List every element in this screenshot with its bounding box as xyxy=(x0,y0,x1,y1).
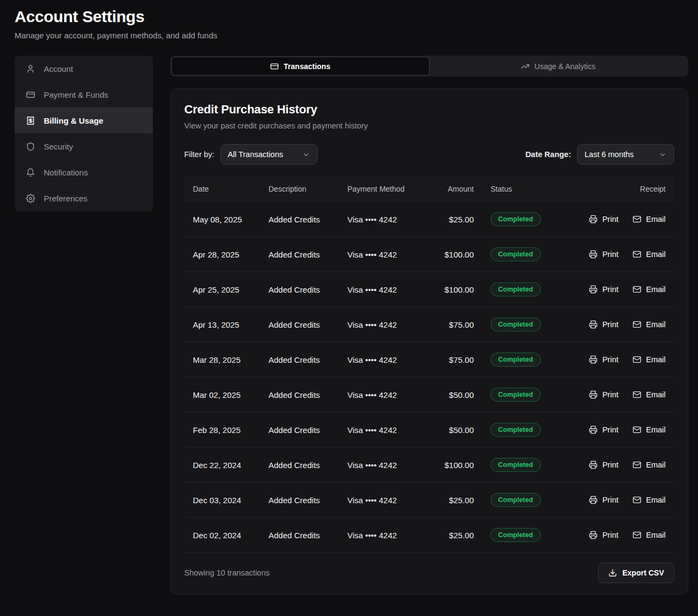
credit-card-icon xyxy=(26,90,35,99)
filter-by-label: Filter by: xyxy=(184,150,214,159)
tab-transactions[interactable]: Transactions xyxy=(171,57,429,76)
transaction-payment-method: Visa •••• 4242 xyxy=(347,285,436,294)
transaction-date: Apr 13, 2025 xyxy=(193,320,269,329)
email-button[interactable]: Email xyxy=(633,461,666,469)
transaction-payment-method: Visa •••• 4242 xyxy=(347,320,436,329)
print-button[interactable]: Print xyxy=(589,461,619,469)
transaction-description: Added Credits xyxy=(269,250,347,259)
print-button[interactable]: Print xyxy=(589,250,619,259)
sidebar: Account Payment & Funds Billing & Usage … xyxy=(15,56,153,212)
mail-icon xyxy=(633,425,641,434)
credit-card-icon xyxy=(270,62,279,71)
column-header-description: Description xyxy=(269,185,347,193)
transaction-payment-method: Visa •••• 4242 xyxy=(347,250,436,259)
printer-icon xyxy=(589,250,598,259)
mail-icon xyxy=(633,285,641,294)
email-button[interactable]: Email xyxy=(633,355,666,364)
status-badge: Completed xyxy=(491,353,541,367)
print-button[interactable]: Print xyxy=(589,390,619,399)
card-subtitle: View your past credit purchases and paym… xyxy=(184,121,674,130)
transaction-amount: $50.00 xyxy=(436,390,474,400)
filter-group: Filter by: All Transactions xyxy=(184,144,318,165)
print-button[interactable]: Print xyxy=(589,320,619,329)
transaction-amount: $25.00 xyxy=(436,531,474,540)
status-badge: Completed xyxy=(491,388,541,402)
status-badge: Completed xyxy=(491,458,541,472)
filter-select-value: All Transactions xyxy=(228,150,283,159)
transaction-description: Added Credits xyxy=(269,355,347,364)
transaction-date: Dec 02, 2024 xyxy=(193,531,269,540)
printer-icon xyxy=(589,355,598,364)
printer-icon xyxy=(589,461,598,469)
table-row: Dec 02, 2024 Added Credits Visa •••• 424… xyxy=(184,518,674,553)
printer-icon xyxy=(589,285,598,294)
email-button[interactable]: Email xyxy=(633,531,666,539)
sidebar-item-billing-usage[interactable]: Billing & Usage xyxy=(15,107,153,133)
transaction-description: Added Credits xyxy=(269,461,347,470)
print-button[interactable]: Print xyxy=(589,285,619,294)
email-button[interactable]: Email xyxy=(633,320,666,329)
table-row: Dec 22, 2024 Added Credits Visa •••• 424… xyxy=(184,448,674,483)
date-range-select-value: Last 6 months xyxy=(585,150,634,159)
transaction-amount: $100.00 xyxy=(436,250,474,259)
mail-icon xyxy=(633,531,641,539)
mail-icon xyxy=(633,215,641,224)
print-button[interactable]: Print xyxy=(589,215,619,224)
transaction-payment-method: Visa •••• 4242 xyxy=(347,215,436,224)
email-button[interactable]: Email xyxy=(633,250,666,259)
transaction-amount: $75.00 xyxy=(436,320,474,329)
email-button[interactable]: Email xyxy=(633,425,666,434)
table-row: Apr 25, 2025 Added Credits Visa •••• 424… xyxy=(184,272,674,307)
sidebar-item-payment-funds[interactable]: Payment & Funds xyxy=(15,82,153,107)
date-range-select[interactable]: Last 6 months xyxy=(577,144,674,165)
table-header-row: Date Description Payment Method Amount S… xyxy=(184,177,674,202)
status-badge: Completed xyxy=(491,317,541,331)
transaction-amount: $75.00 xyxy=(436,355,474,364)
sidebar-item-notifications[interactable]: Notifications xyxy=(15,159,153,185)
transaction-date: Mar 02, 2025 xyxy=(193,390,269,400)
print-button[interactable]: Print xyxy=(589,496,619,504)
table-row: May 08, 2025 Added Credits Visa •••• 424… xyxy=(184,202,674,237)
filter-select[interactable]: All Transactions xyxy=(220,144,318,165)
email-button[interactable]: Email xyxy=(633,496,666,504)
sidebar-item-label: Account xyxy=(44,64,73,73)
sidebar-item-label: Payment & Funds xyxy=(44,90,108,99)
tab-label: Usage & Analytics xyxy=(534,62,595,71)
status-badge: Completed xyxy=(491,423,541,437)
receipt-icon xyxy=(26,116,35,125)
transaction-payment-method: Visa •••• 4242 xyxy=(347,496,436,505)
status-badge: Completed xyxy=(491,247,541,261)
transaction-amount: $50.00 xyxy=(436,425,474,435)
table-row: Mar 28, 2025 Added Credits Visa •••• 424… xyxy=(184,342,674,377)
export-csv-button[interactable]: Export CSV xyxy=(598,563,674,583)
print-button[interactable]: Print xyxy=(589,425,619,434)
column-header-amount: Amount xyxy=(436,185,474,193)
sidebar-item-account[interactable]: Account xyxy=(15,56,153,82)
sidebar-item-security[interactable]: Security xyxy=(15,133,153,159)
status-badge: Completed xyxy=(491,493,541,507)
email-button[interactable]: Email xyxy=(633,215,666,224)
user-icon xyxy=(26,64,35,73)
status-badge: Completed xyxy=(491,212,541,226)
transaction-description: Added Credits xyxy=(269,531,347,540)
table-row: Mar 02, 2025 Added Credits Visa •••• 424… xyxy=(184,377,674,412)
transaction-payment-method: Visa •••• 4242 xyxy=(347,355,436,364)
bell-icon xyxy=(26,168,35,177)
gear-icon xyxy=(26,194,35,203)
print-button[interactable]: Print xyxy=(589,355,619,364)
transaction-payment-method: Visa •••• 4242 xyxy=(347,425,436,435)
mail-icon xyxy=(633,461,641,469)
transaction-description: Added Credits xyxy=(269,285,347,294)
printer-icon xyxy=(589,320,598,329)
page-title: Account Settings xyxy=(15,8,683,26)
transaction-date: Apr 25, 2025 xyxy=(193,285,269,294)
transaction-description: Added Credits xyxy=(269,215,347,224)
table-row: Feb 28, 2025 Added Credits Visa •••• 424… xyxy=(184,412,674,448)
tab-usage-analytics[interactable]: Usage & Analytics xyxy=(429,57,688,76)
email-button[interactable]: Email xyxy=(633,390,666,399)
email-button[interactable]: Email xyxy=(633,285,666,294)
print-button[interactable]: Print xyxy=(589,531,619,539)
date-range-label: Date Range: xyxy=(525,150,571,159)
sidebar-item-preferences[interactable]: Preferences xyxy=(15,185,153,211)
transaction-amount: $25.00 xyxy=(436,215,474,224)
